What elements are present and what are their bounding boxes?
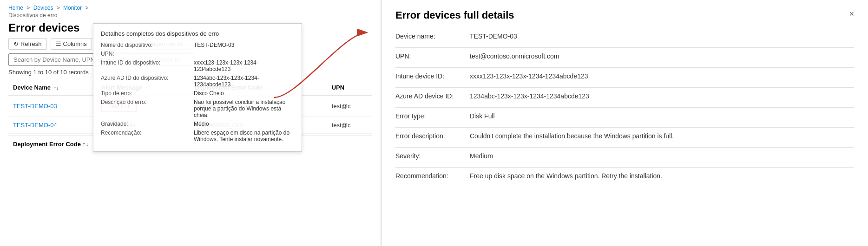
- detail-row-severity: Severity: Medium: [395, 152, 854, 160]
- overlay-label-4: Tipo de erro:: [101, 90, 194, 97]
- overlay-value-4: Disco Cheio: [194, 90, 224, 97]
- detail-row-azure-id: Azure AD device ID: 1234abc-123x-123x-12…: [395, 92, 854, 100]
- breadcrumb-sep3: >: [85, 5, 88, 11]
- sub-breadcrumb: Dispositivos de erro: [8, 12, 372, 19]
- breadcrumb-devices[interactable]: Devices: [33, 5, 53, 11]
- detail-row-error-desc: Error description: Couldn't complete the…: [395, 132, 854, 140]
- overlay-row-6: Gravidade: Médio: [101, 121, 294, 127]
- divider-6: [395, 147, 854, 148]
- right-panel: Error devices full details × Device name…: [381, 0, 868, 246]
- upn-row2: test@c: [327, 117, 372, 134]
- overlay-value-2: xxxx123-123x-123x-1234-1234abcde123: [194, 59, 294, 72]
- breadcrumb: Home > Devices > Monitor >: [8, 5, 372, 11]
- detail-value-severity: Medium: [470, 152, 493, 160]
- detail-panel-title: Error devices full details: [395, 9, 514, 21]
- columns-icon: ☰: [56, 40, 61, 47]
- detail-label-device-name: Device name:: [395, 32, 470, 40]
- columns-button[interactable]: ☰ Columns: [51, 38, 92, 50]
- overlay-value-3: 1234abc-123x-123x-1234-1234abcde123: [194, 75, 294, 88]
- overlay-value-6: Médio: [194, 121, 209, 127]
- upn-row1: test@c: [327, 95, 372, 117]
- overlay-row-1: UPN:: [101, 51, 294, 57]
- detail-label-azure-id: Azure AD device ID:: [395, 92, 470, 100]
- overlay-label-5: Descrição do erro:: [101, 99, 194, 118]
- right-panel-header: Error devices full details ×: [395, 9, 854, 21]
- overlay-row-5: Descrição do erro: Não foi possível conc…: [101, 99, 294, 118]
- refresh-button[interactable]: ↻ Refresh: [8, 38, 47, 50]
- detail-label-intune-id: Intune device ID:: [395, 72, 470, 80]
- overlay-label-2: Intune ID do dispositivo:: [101, 59, 194, 72]
- overlay-row-3: Azure AD ID do dispositivo: 1234abc-123x…: [101, 75, 294, 88]
- detail-value-error-type: Disk Full: [470, 112, 495, 120]
- divider-5: [395, 127, 854, 128]
- overlay-label-6: Gravidade:: [101, 121, 194, 127]
- detail-row-error-type: Error type: Disk Full: [395, 112, 854, 120]
- refresh-label: Refresh: [20, 40, 42, 47]
- detail-row-upn: UPN: test@contoso.onmicrosoft.com: [395, 52, 854, 60]
- divider-7: [395, 167, 854, 168]
- col-upn[interactable]: UPN: [327, 80, 372, 95]
- detail-value-device-name: TEST-DEMO-03: [470, 32, 517, 40]
- overlay-title: Detalhes completos dos dispositivos de e…: [101, 30, 294, 37]
- detail-value-azure-id: 1234abc-123x-123x-1234-1234abcde123: [470, 92, 589, 100]
- divider-4: [395, 107, 854, 108]
- sort-device-name-icon[interactable]: ↑↓: [54, 85, 59, 91]
- overlay-label-1: UPN:: [101, 51, 194, 57]
- breadcrumb-sep1: >: [26, 5, 31, 11]
- device-link-row2[interactable]: TEST-DEMO-04: [13, 122, 57, 129]
- detail-label-recommendation: Recommendation:: [395, 172, 470, 180]
- detail-row-recommendation: Recommendation: Free up disk space on th…: [395, 172, 854, 180]
- breadcrumb-sep2: >: [57, 5, 61, 11]
- detail-value-upn: test@contoso.onmicrosoft.com: [470, 52, 559, 60]
- device-link-row1[interactable]: TEST-DEMO-03: [13, 103, 57, 110]
- overlay-row-2: Intune ID do dispositivo: xxxx123-123x-1…: [101, 59, 294, 72]
- overlay-row-0: Nome do dispositivo: TEST-DEMO-03: [101, 42, 294, 48]
- overlay-row-4: Tipo de erro: Disco Cheio: [101, 90, 294, 97]
- columns-label: Columns: [63, 40, 87, 47]
- detail-label-error-type: Error type:: [395, 112, 470, 120]
- detail-value-error-desc: Couldn't complete the installation becau…: [470, 132, 674, 140]
- refresh-icon: ↻: [13, 40, 19, 47]
- breadcrumb-monitor[interactable]: Monitor: [63, 5, 82, 11]
- overlay-label-3: Azure AD ID do dispositivo:: [101, 75, 194, 88]
- detail-label-severity: Severity:: [395, 152, 470, 160]
- detail-value-intune-id: xxxx123-123x-123x-1234-1234abcde123: [470, 72, 588, 80]
- divider-3: [395, 87, 854, 88]
- overlay-value-7: Libere espaço em disco na partição do Wi…: [194, 129, 294, 142]
- overlay-row-7: Recomendação: Libere espaço em disco na …: [101, 129, 294, 142]
- detail-label-error-desc: Error description:: [395, 132, 470, 140]
- divider-2: [395, 67, 854, 68]
- breadcrumb-home[interactable]: Home: [8, 5, 23, 11]
- overlay-label-0: Nome do dispositivo:: [101, 42, 194, 48]
- detail-row-intune-id: Intune device ID: xxxx123-123x-123x-1234…: [395, 72, 854, 80]
- overlay-value-0: TEST-DEMO-03: [194, 42, 234, 48]
- detail-row-device-name: Device name: TEST-DEMO-03: [395, 32, 854, 40]
- detail-label-upn: UPN:: [395, 52, 470, 60]
- overlay-label-7: Recomendação:: [101, 129, 194, 142]
- divider-1: [395, 47, 854, 48]
- close-button[interactable]: ×: [849, 9, 854, 19]
- overlay-value-5: Não foi possível concluir a instalação p…: [194, 99, 294, 118]
- detail-value-recommendation: Free up disk space on the Windows partit…: [470, 172, 662, 180]
- overlay-panel: Detalhes completos dos dispositivos de e…: [93, 23, 302, 152]
- col-device-name[interactable]: Device Name ↑↓: [8, 80, 97, 95]
